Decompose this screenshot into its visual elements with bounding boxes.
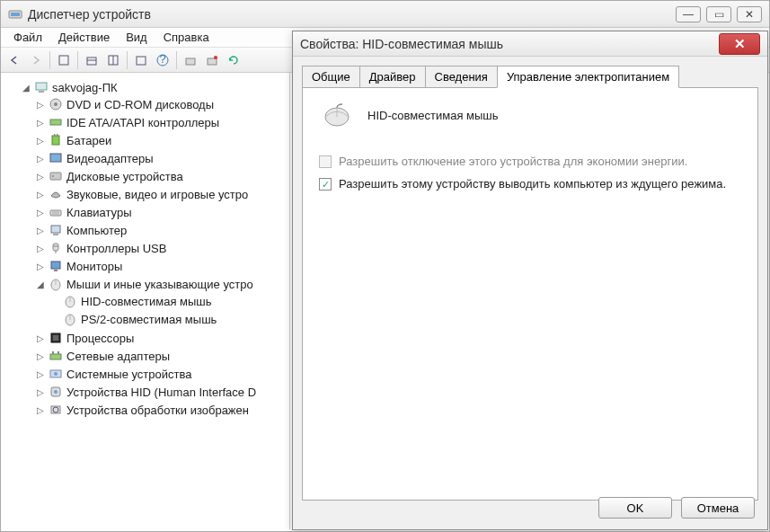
device-header: HID-совместимая мышь [319, 101, 741, 129]
expand-icon[interactable]: ▷ [35, 136, 45, 146]
tree-node-label: DVD и CD-ROM дисководы [66, 98, 214, 111]
option-allow-turnoff: Разрешить отключение этого устройства дл… [319, 155, 741, 168]
svg-rect-3 [87, 58, 96, 65]
tree-leaf[interactable]: PS/2-совместимая мышь [48, 311, 289, 327]
help-icon[interactable]: ? [153, 50, 173, 70]
tree-node-label: Батареи [66, 134, 111, 147]
collapse-icon[interactable]: ◢ [21, 83, 31, 93]
tree-leaf[interactable]: HID-совместимая мышь [48, 293, 289, 309]
device-category-icon [49, 385, 63, 399]
expand-icon[interactable]: ▷ [35, 351, 45, 361]
tree-node[interactable]: ▷IDE ATA/ATAPI контроллеры [33, 114, 289, 130]
tree-node[interactable]: ▷Звуковые, видео и игровые устро [33, 186, 289, 202]
tb-icon-1[interactable] [54, 50, 74, 70]
refresh-icon[interactable] [224, 50, 243, 70]
tree-node-label: Мыши и иные указывающие устро [66, 278, 253, 291]
expand-icon[interactable]: ▷ [35, 172, 45, 182]
ok-button[interactable]: OK [598, 497, 672, 519]
back-button[interactable] [4, 50, 24, 70]
svg-rect-22 [50, 173, 61, 180]
tb-icon-3[interactable] [103, 50, 123, 70]
tree-node[interactable]: ▷Компьютер [33, 222, 289, 238]
checkbox-allow-turnoff [319, 155, 332, 168]
tree-node-label: Устройства HID (Human Interface D [66, 386, 256, 399]
close-button[interactable]: ✕ [737, 6, 762, 22]
tree-node[interactable]: ▷Системные устройства [33, 366, 289, 382]
device-category-icon [49, 241, 63, 255]
tree-node[interactable]: ▷Сетевые адаптеры [33, 348, 289, 364]
tab-details[interactable]: Сведения [425, 66, 498, 87]
mouse-icon [319, 101, 355, 129]
close-button[interactable]: ✕ [719, 33, 760, 55]
checkbox-allow-wake[interactable]: ✓ [319, 178, 332, 191]
tree-node-label: IDE ATA/ATAPI контроллеры [66, 116, 219, 129]
collapse-icon[interactable]: ◢ [35, 279, 45, 289]
menu-help[interactable]: Справка [156, 29, 217, 46]
svg-rect-39 [53, 335, 58, 341]
tab-driver[interactable]: Драйвер [359, 66, 426, 87]
tree-node[interactable]: ▷Клавиатуры [33, 204, 289, 220]
expand-icon[interactable]: ▷ [35, 369, 45, 379]
expand-icon[interactable]: ▷ [35, 262, 45, 271]
props-title-bar: Свойства: HID-совместимая мышь ✕ [293, 31, 767, 57]
svg-rect-31 [54, 270, 58, 271]
tree-node[interactable]: ▷Контроллеры USB [33, 240, 289, 256]
tab-power-management[interactable]: Управление электропитанием [497, 66, 679, 88]
tree-node[interactable]: ▷DVD и CD-ROM дисководы [33, 96, 289, 112]
svg-point-16 [54, 102, 58, 106]
expand-icon[interactable]: ▷ [35, 387, 45, 397]
tb-icon-4[interactable] [131, 50, 151, 70]
svg-rect-13 [36, 83, 47, 90]
tb-icon-6[interactable] [202, 50, 222, 70]
expand-icon[interactable]: ▷ [35, 244, 45, 253]
tree-node[interactable]: ▷Батареи [33, 132, 289, 148]
svg-rect-41 [52, 351, 54, 354]
expand-icon[interactable]: ▷ [35, 226, 45, 235]
expand-icon[interactable]: ▷ [35, 118, 45, 128]
device-category-icon [49, 151, 63, 165]
menu-action[interactable]: Действие [51, 29, 117, 46]
tree-node[interactable]: ▷Процессоры [33, 330, 289, 346]
expand-icon[interactable]: ▷ [35, 208, 45, 217]
tree-root[interactable]: ◢ sakvojag-ПК [19, 79, 289, 95]
tree-node[interactable]: ▷Мониторы [33, 258, 289, 274]
svg-point-23 [52, 175, 54, 177]
device-category-icon [49, 133, 63, 147]
tb-icon-2[interactable] [82, 50, 102, 70]
svg-rect-19 [54, 134, 56, 137]
device-category-icon [49, 115, 63, 129]
menu-view[interactable]: Вид [119, 29, 155, 46]
expand-icon[interactable]: ▷ [35, 190, 45, 200]
tree-node[interactable]: ◢Мыши и иные указывающие устро [33, 276, 289, 292]
expand-icon[interactable]: ▷ [35, 333, 45, 343]
properties-dialog: Свойства: HID-совместимая мышь ✕ Общие Д… [292, 31, 768, 530]
mouse-icon [63, 294, 77, 308]
minimize-button[interactable]: — [676, 6, 701, 22]
tree-node[interactable]: ▷Видеоадаптеры [33, 150, 289, 166]
mouse-icon [63, 312, 77, 326]
svg-rect-24 [50, 210, 61, 216]
svg-rect-28 [53, 234, 58, 235]
tb-icon-5[interactable] [181, 50, 200, 70]
tree-node-label: Процессоры [66, 332, 134, 345]
forward-button[interactable] [26, 50, 46, 70]
tab-strip: Общие Драйвер Сведения Управление электр… [293, 57, 767, 87]
tree-node[interactable]: ▷Устройства обработки изображен [33, 402, 289, 418]
cancel-button[interactable]: Отмена [681, 497, 755, 519]
computer-icon [34, 80, 49, 94]
svg-point-46 [54, 390, 58, 394]
expand-icon[interactable]: ▷ [35, 154, 45, 164]
option-allow-wake[interactable]: ✓ Разрешить этому устройству выводить ко… [319, 177, 741, 191]
svg-rect-21 [50, 154, 61, 162]
device-tree[interactable]: ◢ sakvojag-ПК ▷DVD и CD-ROM дисководы▷ID… [1, 73, 290, 529]
tree-node[interactable]: ▷Дисковые устройства [33, 168, 289, 184]
props-title: Свойства: HID-совместимая мышь [300, 37, 719, 51]
maximize-button[interactable]: ▭ [706, 6, 731, 22]
expand-icon[interactable]: ▷ [35, 405, 45, 415]
menu-file[interactable]: Файл [6, 29, 49, 46]
expand-icon[interactable]: ▷ [35, 100, 45, 110]
tree-node-label: Дисковые устройства [66, 170, 183, 183]
dialog-buttons: OK Отмена [598, 497, 755, 519]
tab-general[interactable]: Общие [302, 66, 360, 87]
tree-node[interactable]: ▷Устройства HID (Human Interface D [33, 384, 289, 400]
